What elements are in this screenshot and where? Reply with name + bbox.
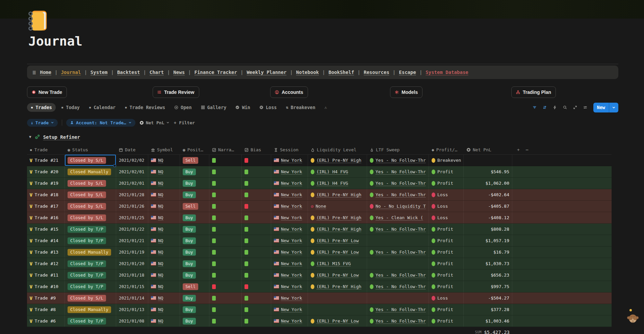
cell-position[interactable]: Sell <box>180 201 209 212</box>
cell-session[interactable]: New York <box>271 269 308 281</box>
cell-session[interactable]: New York <box>271 212 308 223</box>
cell-bias[interactable] <box>242 166 271 177</box>
hamburger-icon[interactable]: ≡ <box>32 69 36 76</box>
cell-liquidity-level[interactable]: (IRL) H4 FVG <box>308 166 367 177</box>
cell-position[interactable]: Sell <box>180 281 209 292</box>
cell-net-pnl[interactable]: $16.79 <box>464 247 512 258</box>
cell-ltf-sweep[interactable]: Yes - No Follow-Thr <box>367 166 429 177</box>
cell-profit-loss[interactable]: Profit <box>429 178 464 189</box>
cell-symbol[interactable]: NQ <box>148 292 180 304</box>
cell-session[interactable]: New York <box>271 258 308 269</box>
table-row[interactable]: V Trade #17 Closed by S/L 2021/01/26 NQ … <box>27 201 612 212</box>
cell-ltf-sweep[interactable]: Yes - Clean Wick ( <box>367 212 429 223</box>
cell-net-pnl[interactable]: -$405.87 <box>464 201 512 212</box>
nav-link-resources[interactable]: Resources <box>364 70 389 75</box>
table-row[interactable]: V Trade #15 Closed by T/P 2021/01/22 NQ … <box>27 224 612 235</box>
cell-symbol[interactable]: NQ <box>148 224 180 235</box>
cell-trade[interactable]: V Trade #15 <box>27 224 65 235</box>
cell-symbol[interactable]: NQ <box>148 258 180 269</box>
cell-narrative[interactable] <box>209 178 242 189</box>
cell-liquidity-level[interactable]: (ERL) Pre-NY Low <box>308 315 367 327</box>
cell-status[interactable]: Closed by T/P <box>65 235 116 246</box>
cell-date[interactable]: 2021/01/14 <box>116 292 148 304</box>
cell-bias[interactable] <box>242 258 271 269</box>
cell-trade[interactable]: V Trade #10 <box>27 281 65 292</box>
cell-date[interactable]: 2021/02/02 <box>116 155 148 166</box>
cell-symbol[interactable]: NQ <box>148 281 180 292</box>
chevron-down-icon[interactable] <box>609 103 618 112</box>
add-column-button[interactable]: + <box>517 147 520 152</box>
cell-narrative[interactable] <box>209 235 242 246</box>
cell-narrative[interactable] <box>209 315 242 327</box>
cell-ltf-sweep[interactable] <box>367 235 429 246</box>
cell-ltf-sweep[interactable]: Yes - No Follow-Thr <box>367 178 429 189</box>
column-header-profit-[interactable]: ◆ Profit/… <box>429 147 464 152</box>
tab-today[interactable]: ▪ Today <box>57 103 83 112</box>
cell-date[interactable]: 2021/01/22 <box>116 224 148 235</box>
net-pnl-chip[interactable]: Net PnL <box>139 120 170 125</box>
cell-liquidity-level[interactable]: (ERL) Pre-NY Low <box>308 247 367 258</box>
account-filter-chip[interactable]: Account: Not Trade… <box>66 119 135 127</box>
cell-ltf-sweep[interactable]: Yes - No Follow-Thr <box>367 189 429 200</box>
cell-date[interactable]: 2021/01/19 <box>116 247 148 258</box>
cell-net-pnl[interactable]: $1,030.73 <box>464 258 512 269</box>
cell-narrative[interactable] <box>209 269 242 281</box>
cell-date[interactable]: 2021/01/20 <box>116 258 148 269</box>
cell-date[interactable]: 2021/02/01 <box>116 178 148 189</box>
tab-warning[interactable]: ⚠ <box>321 103 331 111</box>
cell-narrative[interactable] <box>209 304 242 315</box>
cell-liquidity-level[interactable]: (ERL) Pre-NY High <box>308 212 367 223</box>
cell-position[interactable]: Buy <box>180 235 209 246</box>
cell-symbol[interactable]: NQ <box>148 304 180 315</box>
cell-date[interactable]: 2021/01/26 <box>116 201 148 212</box>
table-row[interactable]: V Trade #21 Closed by S/L 2021/02/02 NQ … <box>27 155 612 166</box>
cell-ltf-sweep[interactable]: No - No Liquidity T <box>367 201 429 212</box>
cell-session[interactable]: New York <box>271 155 308 166</box>
filter-icon[interactable] <box>530 103 539 112</box>
cell-status[interactable]: Closed by T/P <box>65 224 116 235</box>
cell-trade[interactable]: V Trade #14 <box>27 235 65 246</box>
cell-bias[interactable] <box>242 189 271 200</box>
cell-date[interactable]: 2021/01/25 <box>116 212 148 223</box>
cell-trade[interactable]: V Trade #13 <box>27 247 65 258</box>
expand-icon[interactable] <box>571 103 579 112</box>
nav-link-chart[interactable]: Chart <box>150 70 164 75</box>
nav-link-journal[interactable]: Journal <box>61 70 81 75</box>
more-options-button[interactable]: ⋯ <box>526 147 529 152</box>
cell-bias[interactable] <box>242 178 271 189</box>
cell-trade[interactable]: V Trade #21 <box>27 155 65 166</box>
collapse-triangle-icon[interactable]: ▼ <box>29 135 31 139</box>
cell-status[interactable]: Closed by S/L <box>65 292 116 304</box>
cell-liquidity-level[interactable]: (IRL) M15 FVG <box>308 258 367 269</box>
cell-bias[interactable] <box>242 224 271 235</box>
cell-profit-loss[interactable]: Profit <box>429 281 464 292</box>
cell-liquidity-level[interactable]: (ERL) Pre-NY High <box>308 281 367 292</box>
cell-narrative[interactable] <box>209 201 242 212</box>
table-row[interactable]: V Trade #19 Closed by S/L 2021/02/01 NQ … <box>27 178 612 189</box>
nav-link-finance-tracker[interactable]: Finance Tracker <box>195 70 237 75</box>
cell-trade[interactable]: V Trade #11 <box>27 269 65 281</box>
cell-position[interactable]: Buy <box>180 258 209 269</box>
cell-trade[interactable]: V Trade #16 <box>27 212 65 223</box>
cell-date[interactable]: 2021/01/21 <box>116 235 148 246</box>
column-header-posit-[interactable]: ◉ Posit… <box>180 147 209 152</box>
cell-net-pnl[interactable]: $997.75 <box>464 281 512 292</box>
cell-profit-loss[interactable]: Loss <box>429 212 464 223</box>
cell-session[interactable]: New York <box>271 315 308 327</box>
cell-liquidity-level[interactable] <box>308 292 367 304</box>
column-header-net-pnl[interactable]: Net PnL <box>464 147 512 152</box>
cell-liquidity-level[interactable]: ⊘ None <box>308 201 367 212</box>
tab-trades[interactable]: ▪ Trades <box>27 103 56 112</box>
cell-bias[interactable] <box>242 292 271 304</box>
table-row[interactable]: V Trade #10 Closed by T/P 2021/01/15 NQ … <box>27 281 612 292</box>
cell-profit-loss[interactable]: Breakeven <box>429 155 464 166</box>
cell-profit-loss[interactable]: Loss <box>429 189 464 200</box>
cell-status[interactable]: Closed by T/P <box>65 315 116 327</box>
cell-profit-loss[interactable]: Profit <box>429 315 464 327</box>
cell-position[interactable]: Sell <box>180 155 209 166</box>
column-header-ltf-sweep[interactable]: LTF Sweep <box>367 147 429 152</box>
table-row[interactable]: V Trade #13 Closed Manually 2021/01/19 N… <box>27 247 612 258</box>
cell-status[interactable]: Closed by T/P <box>65 269 116 281</box>
cell-liquidity-level[interactable]: (ERL) Pre-NY High <box>308 224 367 235</box>
table-row[interactable]: V Trade #12 Closed by T/P 2021/01/20 NQ … <box>27 258 612 269</box>
